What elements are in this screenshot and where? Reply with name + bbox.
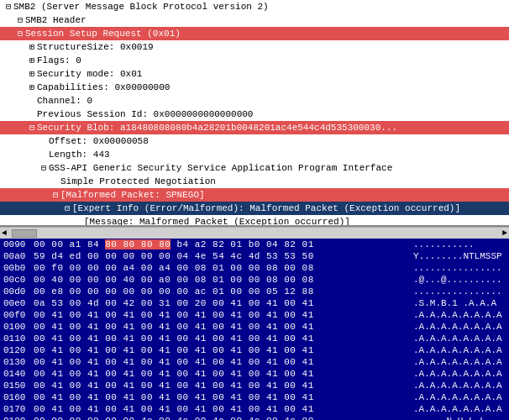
tree-row[interactable]: ⊞ Security mode: 0x01 <box>0 67 509 81</box>
hex-address: 00f0 <box>3 310 34 320</box>
tree-label: Previous Session Id: 0x0000000000000000 <box>37 109 253 119</box>
tree-row[interactable]: ⊟ GSS-API Generic Security Service Appli… <box>0 161 509 175</box>
hex-bytes: 00 e8 00 00 00 00 00 00 00 ac 01 00 00 0… <box>34 286 407 297</box>
horizontal-scrollbar[interactable]: ◄ ► <box>0 227 509 239</box>
tree-expander[interactable]: ⊟ <box>62 203 72 213</box>
hex-dump-panel: 009000 00 a1 84 80 80 80 80 b4 a2 82 01 … <box>0 239 509 420</box>
hex-ascii: ......N.U.L.L... <box>413 416 506 420</box>
hex-bytes: 0a 53 00 4d 00 42 00 31 00 20 00 41 00 4… <box>34 298 407 308</box>
hex-address: 00e0 <box>3 298 34 308</box>
tree-expander[interactable]: ⊟ <box>39 163 49 173</box>
tree-expander[interactable]: ⊞ <box>27 69 37 79</box>
tree-row[interactable]: ⊟ [Expert Info (Error/Malformed): Malfor… <box>0 202 509 215</box>
hex-row: 015000 41 00 41 00 41 00 41 00 41 00 41 … <box>0 380 509 391</box>
hex-address: 0160 <box>3 392 34 402</box>
hex-address: 0090 <box>3 239 34 249</box>
hex-bytes: 00 41 00 41 00 41 00 41 00 41 00 41 00 4… <box>34 345 407 355</box>
hex-row: 00a059 d4 ed 00 00 00 00 00 04 4e 54 4c … <box>0 250 509 262</box>
hex-row: 016000 41 00 41 00 41 00 41 00 41 00 41 … <box>0 391 509 403</box>
hex-highlight: 80 80 80 80 <box>105 239 171 249</box>
hex-bytes: 00 41 00 41 00 41 00 41 00 41 00 41 00 4… <box>34 369 407 379</box>
hex-ascii: ................ <box>413 263 506 273</box>
hex-ascii: .S.M.B.1 .A.A.A <box>413 298 506 308</box>
hex-address: 0170 <box>3 404 34 414</box>
tree-row[interactable]: ⊟ Session Setup Request (0x01) <box>0 27 509 40</box>
hex-address: 0100 <box>3 322 34 332</box>
tree-label: GSS-API Generic Security Service Applica… <box>49 163 392 173</box>
hex-ascii: .A.A.A.A.A.A.A.A <box>413 404 506 414</box>
tree-expander[interactable]: ⊟ <box>50 190 60 200</box>
hex-row: 00d000 e8 00 00 00 00 00 00 00 ac 01 00 … <box>0 286 509 297</box>
hex-bytes: 00 41 00 41 00 41 00 41 00 41 00 41 00 4… <box>34 381 407 391</box>
hex-bytes: 00 41 00 41 00 41 00 41 00 41 00 41 00 4… <box>34 322 407 332</box>
hex-ascii: .A.A.A.A.A.A.A.A <box>413 357 506 367</box>
scroll-arrow-left[interactable]: ◄ <box>0 228 8 238</box>
tree-row[interactable]: Length: 443 <box>0 148 509 161</box>
hex-address: 0140 <box>3 369 34 379</box>
hex-address: 00d0 <box>3 286 34 297</box>
tree-row[interactable]: Offset: 0x00000058 <box>0 134 509 148</box>
hex-address: 0150 <box>3 381 34 391</box>
hex-bytes: 00 f0 00 00 00 a4 00 a4 00 08 01 00 00 0… <box>34 263 407 273</box>
hex-row: 010000 41 00 41 00 41 00 41 00 41 00 41 … <box>0 321 509 333</box>
hex-bytes: 00 40 00 00 00 40 00 a0 00 08 01 00 00 0… <box>34 275 407 285</box>
hex-row: 00c000 40 00 00 00 40 00 a0 00 08 01 00 … <box>0 274 509 286</box>
hex-row: 00b000 f0 00 00 00 a4 00 a4 00 08 01 00 … <box>0 262 509 274</box>
hex-ascii: .A.A.A.A.A.A.A.A <box>413 369 506 379</box>
hex-ascii: .@...@.......... <box>413 275 506 285</box>
tree-row[interactable]: ⊟ SMB2 (Server Message Block Protocol ve… <box>0 0 509 13</box>
hex-row: 00f000 41 00 41 00 41 00 41 00 41 00 41 … <box>0 309 509 321</box>
tree-label: Offset: 0x00000058 <box>49 136 149 146</box>
hex-row: 009000 00 a1 84 80 80 80 80 b4 a2 82 01 … <box>0 239 509 250</box>
tree-row[interactable]: [Message: Malformed Packet (Exception oc… <box>0 215 509 227</box>
hex-address: 00a0 <box>3 251 34 261</box>
tree-label: StructureSize: 0x0019 <box>37 42 154 52</box>
hex-bytes: 00 41 00 41 00 41 00 41 00 41 00 41 00 4… <box>34 392 407 402</box>
tree-label: Security Blob: a18480808080b4a28201b0048… <box>37 123 397 133</box>
hex-ascii: .A.A.A.A.A.A.A.A <box>413 322 506 332</box>
hex-ascii: .A.A.A.A.A.A.A.A <box>413 381 506 391</box>
tree-row[interactable]: Channel: 0 <box>0 94 509 108</box>
tree-row[interactable]: Simple Protected Negotiation <box>0 175 509 188</box>
tree-label: Simple Protected Negotiation <box>60 176 216 186</box>
tree-expander[interactable]: ⊟ <box>15 15 25 25</box>
hex-address: 0120 <box>3 345 34 355</box>
tree-label: Security mode: 0x01 <box>37 69 142 79</box>
hex-address: 0130 <box>3 357 34 367</box>
hex-ascii: Y........NTLMSSP <box>413 251 506 261</box>
tree-expander[interactable]: ⊞ <box>27 82 37 92</box>
scroll-thumb[interactable] <box>12 229 37 238</box>
tree-expander[interactable]: ⊞ <box>27 42 37 52</box>
hex-ascii: ................ <box>413 286 506 297</box>
tree-label: Session Setup Request (0x01) <box>25 29 181 39</box>
tree-label: Channel: 0 <box>37 96 92 106</box>
tree-row[interactable]: ⊞ StructureSize: 0x0019 <box>0 40 509 54</box>
scroll-arrow-right[interactable]: ► <box>501 228 509 238</box>
tree-label: SMB2 (Server Message Block Protocol vers… <box>13 2 269 12</box>
tree-expander[interactable]: ⊟ <box>27 123 37 133</box>
hex-bytes: 00 41 00 41 00 41 00 41 00 41 00 41 00 4… <box>34 357 407 367</box>
hex-ascii: .A.A.A.A.A.A.A.A <box>413 310 506 320</box>
tree-row[interactable]: ⊟ SMB2 Header <box>0 13 509 27</box>
hex-bytes: 00 41 00 41 00 41 00 41 00 41 00 41 00 4… <box>34 333 407 344</box>
tree-expander[interactable]: ⊟ <box>15 29 25 39</box>
hex-row: 011000 41 00 41 00 41 00 41 00 41 00 41 … <box>0 333 509 344</box>
hex-address: 0110 <box>3 333 34 344</box>
tree-expander[interactable]: ⊟ <box>3 2 13 12</box>
tree-label: [Malformed Packet: SPNEGO] <box>60 190 205 200</box>
tree-expander[interactable]: ⊞ <box>27 55 37 66</box>
tree-row[interactable]: Previous Session Id: 0x0000000000000000 <box>0 108 509 121</box>
hex-bytes: 00 00 a1 84 80 80 80 80 b4 a2 82 01 b0 0… <box>34 239 407 249</box>
hex-row: 017000 41 00 41 00 41 00 41 00 41 00 41 … <box>0 403 509 415</box>
tree-label: Length: 443 <box>49 150 110 160</box>
tree-row[interactable]: ⊟ [Malformed Packet: SPNEGO] <box>0 188 509 202</box>
tree-row[interactable]: ⊞ Flags: 0 <box>0 54 509 67</box>
hex-bytes: 00 41 00 41 00 41 00 41 00 41 00 41 00 4… <box>34 310 407 320</box>
hex-row: 014000 41 00 41 00 41 00 41 00 41 00 41 … <box>0 368 509 380</box>
packet-tree-panel: ⊟ SMB2 (Server Message Block Protocol ve… <box>0 0 509 227</box>
tree-label: [Message: Malformed Packet (Exception oc… <box>84 217 350 227</box>
tree-row[interactable]: ⊟ Security Blob: a18480808080b4a28201b00… <box>0 121 509 134</box>
tree-row[interactable]: ⊞ Capabilities: 0x00000000 <box>0 81 509 94</box>
hex-ascii: .A.A.A.A.A.A.A.A <box>413 392 506 402</box>
tree-label: Flags: 0 <box>37 55 81 66</box>
